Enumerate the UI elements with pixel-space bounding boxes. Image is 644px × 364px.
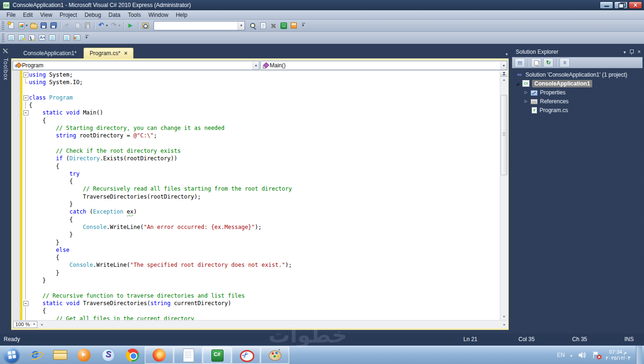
- new-project-button[interactable]: [7, 21, 16, 31]
- fold-toggle-icon[interactable]: [22, 300, 29, 307]
- complete-word-button[interactable]: [37, 33, 47, 43]
- editor-zoom-dropdown[interactable]: 100 % ▾: [13, 321, 37, 328]
- paint-button[interactable]: [260, 346, 289, 364]
- chevron-down-icon[interactable]: ▾: [106, 23, 108, 28]
- se-properties-button[interactable]: [515, 58, 525, 67]
- media-player-button[interactable]: [72, 346, 96, 364]
- code-area[interactable]: using System;using System.IO;class Progr…: [22, 71, 500, 320]
- copy-button[interactable]: [73, 21, 82, 31]
- vertical-scroll-thumb[interactable]: [501, 95, 507, 176]
- breakpoint-margin[interactable]: [12, 71, 20, 320]
- chevron-down-icon[interactable]: ▾: [238, 21, 245, 30]
- menu-edit[interactable]: Edit: [19, 11, 36, 19]
- chevron-collapsed-icon[interactable]: ▷: [521, 90, 531, 94]
- show-desktop-button[interactable]: [636, 346, 642, 364]
- menu-tools[interactable]: Tools: [124, 11, 145, 19]
- close-button[interactable]: [629, 1, 642, 9]
- save-all-button[interactable]: [49, 21, 58, 31]
- scroll-down-icon[interactable]: ▾: [500, 314, 508, 320]
- window-position-chevron-icon[interactable]: ▾: [623, 50, 626, 55]
- chevron-collapsed-icon[interactable]: ▷: [521, 99, 531, 103]
- auto-hide-pin-icon[interactable]: [630, 49, 634, 55]
- open-file-button[interactable]: [29, 21, 38, 31]
- menu-debug[interactable]: Debug: [81, 11, 105, 19]
- horizontal-scrollbar[interactable]: 100 % ▾ ◂ ▸: [12, 320, 508, 328]
- language-indicator[interactable]: EN: [557, 352, 565, 358]
- quick-info-button[interactable]: [27, 33, 36, 43]
- minimize-button[interactable]: [600, 1, 613, 9]
- tab-consoleapplication1-[interactable]: ConsoleApplication1*: [18, 48, 82, 58]
- redo-button[interactable]: ▾: [110, 21, 121, 31]
- volume-icon[interactable]: [578, 351, 587, 359]
- fold-toggle-icon[interactable]: [22, 94, 29, 101]
- menu-view[interactable]: View: [36, 11, 56, 19]
- tree-item-properties[interactable]: ▷Properties: [512, 88, 643, 97]
- menu-file[interactable]: File: [3, 11, 19, 19]
- close-tab-icon[interactable]: ×: [124, 51, 127, 56]
- toolbar-overflow-button[interactable]: [83, 33, 92, 43]
- tree-item-references[interactable]: ▷References: [512, 97, 643, 106]
- tree-item-consoleapplication1[interactable]: ◢ConsoleApplication1: [512, 79, 643, 88]
- notepad-button[interactable]: [174, 346, 203, 364]
- scroll-left-icon[interactable]: ◂: [38, 322, 45, 327]
- show-all-files-button[interactable]: [531, 58, 541, 67]
- menu-help[interactable]: Help: [172, 11, 191, 19]
- chrome-button[interactable]: [120, 346, 145, 364]
- clock[interactable]: 07:34 م ٢٠٢٥/١٢/٠٣: [606, 349, 630, 361]
- fold-toggle-icon[interactable]: [22, 71, 29, 79]
- swirl-browser-button[interactable]: [96, 346, 120, 364]
- increase-indent-button[interactable]: [72, 33, 82, 43]
- hidden-icons-chevron-icon[interactable]: ▴: [570, 353, 573, 357]
- chevron-expanded-icon[interactable]: ◢: [513, 81, 522, 86]
- file-explorer-button[interactable]: [48, 346, 72, 364]
- chevron-down-icon[interactable]: ▾: [119, 23, 120, 28]
- vertical-scroll-track[interactable]: [500, 83, 508, 314]
- properties-window-button[interactable]: [259, 21, 268, 31]
- member-list-button[interactable]: [7, 33, 16, 43]
- tree-item-program-cs[interactable]: Program.cs: [512, 106, 643, 114]
- start-debug-button[interactable]: [126, 21, 136, 31]
- restore-button[interactable]: [614, 1, 628, 9]
- member-dropdown[interactable]: Main() ▾: [260, 61, 507, 70]
- internet-explorer-button[interactable]: [23, 346, 48, 364]
- comment-lines-button[interactable]: [48, 33, 57, 43]
- parameter-info-button[interactable]: [17, 33, 26, 43]
- save-button[interactable]: [39, 21, 48, 31]
- solution-explorer-button[interactable]: [289, 21, 298, 31]
- chevron-down-icon[interactable]: ▾: [31, 322, 37, 326]
- tab-program-cs-[interactable]: Program.cs*×: [84, 48, 133, 58]
- chevron-down-icon[interactable]: ▾: [500, 61, 507, 70]
- cut-button[interactable]: [63, 21, 72, 31]
- menu-data[interactable]: Data: [105, 11, 124, 19]
- chevron-down-icon[interactable]: ▾: [252, 61, 259, 70]
- toolbar-grip[interactable]: [2, 21, 4, 30]
- fold-toggle-icon[interactable]: [22, 109, 29, 116]
- horizontal-scroll-track[interactable]: [45, 321, 501, 328]
- vertical-scrollbar[interactable]: ▴ ▾: [500, 71, 508, 320]
- view-code-button[interactable]: [560, 58, 570, 67]
- toolbox-tab[interactable]: Toolbox: [0, 44, 11, 333]
- add-item-button[interactable]: ▾: [17, 21, 28, 31]
- extension-manager-button[interactable]: [269, 21, 278, 31]
- decrease-indent-button[interactable]: [62, 33, 71, 43]
- undo-button[interactable]: ▾: [97, 21, 109, 31]
- menu-window[interactable]: Window: [145, 11, 172, 19]
- paste-button[interactable]: [83, 21, 92, 31]
- chevron-down-icon[interactable]: ▾: [26, 23, 28, 28]
- tree-item-solution-consoleapplication1-1-project-[interactable]: Solution 'ConsoleApplication1' (1 projec…: [512, 70, 643, 79]
- visual-csharp-button[interactable]: [203, 346, 231, 364]
- scroll-up-icon[interactable]: ▴: [500, 77, 508, 83]
- menu-project[interactable]: Project: [56, 11, 81, 19]
- document-list-chevron-icon[interactable]: ▾: [505, 52, 508, 57]
- action-center-flag-icon[interactable]: [592, 351, 600, 359]
- close-panel-icon[interactable]: ×: [637, 49, 641, 55]
- navigate-button[interactable]: [279, 21, 288, 31]
- toolbar-search-combobox[interactable]: ▾: [154, 21, 245, 30]
- firefox-button[interactable]: [145, 346, 174, 364]
- toolbar-grip[interactable]: [2, 34, 4, 42]
- toolbar-overflow-button[interactable]: [299, 21, 308, 31]
- scroll-right-icon[interactable]: ▸: [501, 322, 508, 327]
- snipping-tool-button[interactable]: [231, 346, 260, 364]
- type-dropdown[interactable]: Program ▾: [13, 61, 259, 70]
- refresh-button[interactable]: [543, 58, 553, 67]
